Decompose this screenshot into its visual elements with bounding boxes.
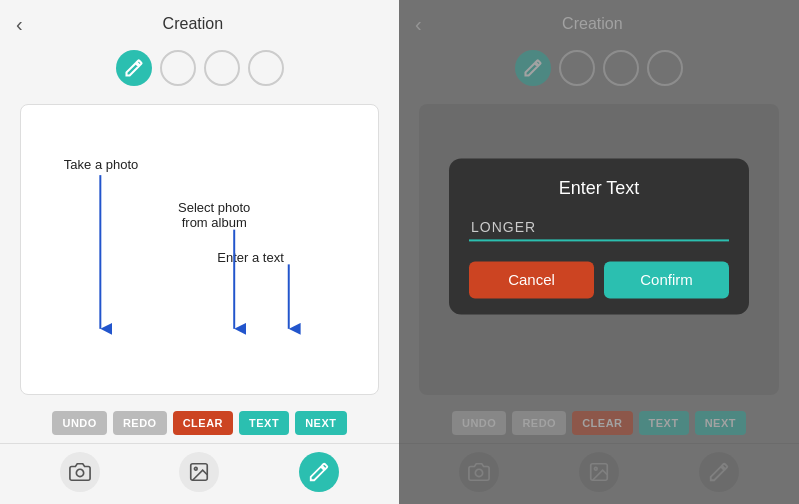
annotation-enter-text: Enter a text — [217, 250, 283, 265]
dialog-input[interactable] — [469, 215, 729, 241]
svg-point-4 — [76, 469, 83, 476]
undo-button[interactable]: UNDO — [52, 411, 106, 435]
cancel-button[interactable]: Cancel — [469, 261, 594, 298]
dialog-title: Enter Text — [469, 178, 729, 199]
draw-icon-button[interactable] — [299, 452, 339, 492]
step-3-icon[interactable] — [204, 50, 240, 86]
confirm-button[interactable]: Confirm — [604, 261, 729, 298]
gallery-icon-button[interactable] — [179, 452, 219, 492]
left-header: ‹ Creation — [0, 0, 399, 44]
right-panel: ‹ Creation UNDO REDO CLEAR TEXT NEXT — [399, 0, 799, 504]
step-2-icon[interactable] — [160, 50, 196, 86]
enter-text-dialog: Enter Text Cancel Confirm — [449, 158, 749, 314]
left-toolbar: UNDO REDO CLEAR TEXT NEXT — [0, 403, 399, 443]
left-bottom-bar — [0, 443, 399, 504]
left-back-button[interactable]: ‹ — [16, 13, 23, 36]
svg-point-6 — [195, 467, 198, 470]
text-button[interactable]: TEXT — [239, 411, 289, 435]
step-4-icon[interactable] — [248, 50, 284, 86]
left-panel: ‹ Creation Take a photo Select photofrom… — [0, 0, 399, 504]
canvas-area[interactable]: Take a photo Select photofrom album Ente… — [20, 104, 379, 395]
annotation-select-photo: Select photofrom album — [178, 200, 250, 230]
left-title: Creation — [31, 15, 355, 33]
annotation-take-photo: Take a photo — [64, 157, 138, 172]
camera-icon-button[interactable] — [60, 452, 100, 492]
redo-button[interactable]: REDO — [113, 411, 167, 435]
clear-button[interactable]: CLEAR — [173, 411, 233, 435]
next-button[interactable]: NEXT — [295, 411, 346, 435]
dialog-buttons: Cancel Confirm — [469, 261, 729, 298]
step-1-icon[interactable] — [116, 50, 152, 86]
left-steps-row — [0, 44, 399, 96]
